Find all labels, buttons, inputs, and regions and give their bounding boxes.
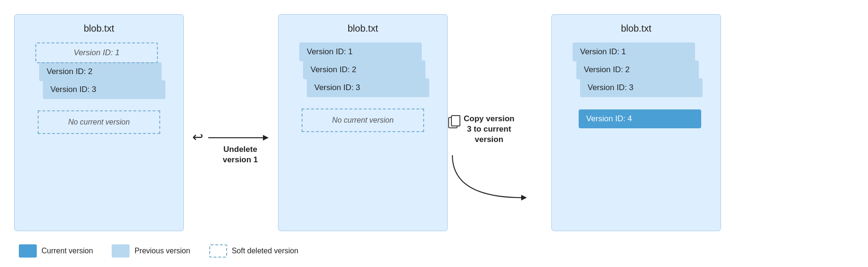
blob3-version-4: Version ID: 4 <box>579 109 701 128</box>
blob1-versions-stack: Version ID: 1 Version ID: 2 Version ID: … <box>35 42 163 99</box>
blob2-no-current: No current version <box>302 108 424 132</box>
blob1-version-1: Version ID: 1 <box>35 42 158 63</box>
arrow2-label: Copy version 3 to current version <box>464 114 515 145</box>
legend-item-previous: Previous version <box>112 244 190 258</box>
blob2-version-1: Version ID: 1 <box>299 42 422 61</box>
arrow-area-1: ↩ Undelete version 1 <box>184 77 278 168</box>
blob-container-3: blob.txt Version ID: 1 Version ID: 2 Ver… <box>551 14 721 231</box>
arrow2-curve-svg <box>448 150 542 207</box>
blob1-no-current: No current version <box>38 110 160 134</box>
blob2-versions-stack: Version ID: 1 Version ID: 2 Version ID: … <box>299 42 426 97</box>
blob-container-1: blob.txt Version ID: 1 Version ID: 2 Ver… <box>14 14 184 231</box>
blob1-version-2: Version ID: 2 <box>39 62 162 81</box>
blob3-version-1: Version ID: 1 <box>573 42 695 61</box>
blob3-versions-stack: Version ID: 1 Version ID: 2 Version ID: … <box>573 42 700 97</box>
legend-label-previous: Previous version <box>134 247 190 255</box>
svg-marker-6 <box>521 195 527 200</box>
blob2-version-3: Version ID: 3 <box>307 78 429 97</box>
diagram-area: blob.txt Version ID: 1 Version ID: 2 Ver… <box>14 9 854 236</box>
svg-text:↩: ↩ <box>192 130 203 144</box>
blob1-title: blob.txt <box>84 23 114 34</box>
legend-item-deleted: Soft deleted version <box>209 244 298 258</box>
legend-box-previous <box>112 244 130 258</box>
legend-label-deleted: Soft deleted version <box>232 247 298 255</box>
blob2-title: blob.txt <box>348 23 378 34</box>
svg-rect-4 <box>451 116 460 126</box>
blob2-version-2: Version ID: 2 <box>303 60 426 79</box>
blob3-title: blob.txt <box>621 23 651 34</box>
blob3-version-3: Version ID: 3 <box>580 78 703 97</box>
legend: Current version Previous version Soft de… <box>14 244 298 258</box>
legend-item-current: Current version <box>19 244 93 258</box>
blob1-version-3: Version ID: 3 <box>43 80 165 99</box>
blob-container-2: blob.txt Version ID: 1 Version ID: 2 Ver… <box>278 14 448 231</box>
blob3-version-2: Version ID: 2 <box>576 60 699 79</box>
arrow-area-2: Copy version 3 to current version <box>448 38 551 207</box>
legend-box-deleted <box>209 244 227 258</box>
arrow1-label: Undelete version 1 <box>223 144 258 165</box>
legend-label-current: Current version <box>41 247 93 255</box>
legend-box-current <box>19 244 37 258</box>
svg-marker-2 <box>263 135 269 141</box>
copy-icon <box>448 115 461 130</box>
